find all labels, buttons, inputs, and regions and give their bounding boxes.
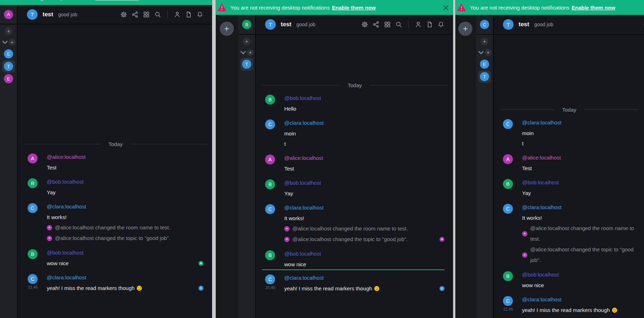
- avatar: A: [47, 225, 52, 230]
- members-icon[interactable]: [415, 21, 422, 28]
- sender-name[interactable]: @clara:localhost: [522, 119, 635, 126]
- create-space-button[interactable]: +: [220, 22, 234, 36]
- banner-enable-link[interactable]: Enable them now: [571, 5, 615, 11]
- avatar: A: [522, 231, 527, 236]
- avatar[interactable]: C: [265, 204, 275, 214]
- add-room-button[interactable]: +: [5, 27, 12, 35]
- message-text: yeah! I miss the read markers though C: [284, 283, 444, 294]
- room-item[interactable]: E: [480, 60, 489, 69]
- banner-message: You are not receiving desktop notificati…: [0, 0, 93, 1]
- avatar[interactable]: B: [265, 179, 275, 189]
- room-avatar[interactable]: T: [265, 19, 276, 30]
- chevron-down-icon[interactable]: [1, 39, 9, 46]
- avatar[interactable]: B: [265, 95, 275, 105]
- banner-enable-link[interactable]: Enable them now: [332, 5, 375, 11]
- timestamp: 21:45: [265, 285, 275, 290]
- avatar[interactable]: B: [265, 250, 275, 260]
- avatar[interactable]: A: [265, 155, 275, 164]
- sender-name[interactable]: @bob:localhost: [522, 271, 635, 278]
- add-room-button[interactable]: +: [485, 49, 492, 56]
- message-group: C 21:45 @clara:localhost yeah! I miss th…: [28, 274, 203, 293]
- add-room-button[interactable]: +: [243, 38, 251, 45]
- room-topic: good job: [296, 22, 315, 27]
- user-avatar[interactable]: C: [480, 20, 489, 29]
- message-text: wow nice B: [47, 258, 203, 268]
- message-text: Hello: [284, 104, 444, 114]
- sender-name[interactable]: @clara:localhost: [284, 274, 444, 281]
- message-timeline: Today C @clara:localhost moin t A @alice…: [503, 107, 635, 318]
- avatar[interactable]: C: [503, 296, 513, 306]
- sender-name[interactable]: @alice:localhost: [522, 154, 635, 161]
- banner-enable-link[interactable]: Enable them now: [95, 0, 139, 1]
- room-item-selected[interactable]: T: [478, 70, 491, 83]
- warning-icon: [218, 4, 226, 11]
- close-icon[interactable]: [442, 4, 449, 11]
- sender-name[interactable]: @clara:localhost: [284, 204, 444, 211]
- sender-name[interactable]: @clara:localhost: [47, 274, 203, 281]
- read-receipt-badge: C: [439, 286, 444, 291]
- sender-name[interactable]: @bob:localhost: [284, 250, 444, 257]
- chevron-down-icon[interactable]: [240, 49, 247, 56]
- avatar[interactable]: A: [28, 154, 38, 163]
- members-icon[interactable]: [174, 11, 181, 18]
- sender-name[interactable]: @bob:localhost: [284, 95, 444, 102]
- message-text: t: [522, 138, 635, 149]
- room-item[interactable]: E: [4, 49, 13, 58]
- message-group: C 21:45 @clara:localhost yeah! I miss th…: [265, 274, 444, 294]
- chevron-down-icon[interactable]: [477, 49, 485, 56]
- avatar[interactable]: B: [28, 178, 38, 188]
- sender-name[interactable]: @bob:localhost: [47, 249, 203, 256]
- avatar[interactable]: C: [503, 119, 513, 129]
- sender-name[interactable]: @bob:localhost: [284, 179, 444, 186]
- create-space-button[interactable]: +: [458, 22, 472, 36]
- add-room-button[interactable]: +: [9, 39, 16, 46]
- avatar[interactable]: C: [265, 274, 275, 284]
- message-group: C @clara:localhost moin t: [503, 119, 635, 149]
- add-room-button[interactable]: +: [481, 38, 488, 45]
- user-avatar[interactable]: A: [4, 10, 13, 19]
- read-receipt-badge: C: [198, 286, 203, 291]
- avatar[interactable]: B: [503, 271, 513, 281]
- notifications-bell-icon[interactable]: [196, 11, 203, 18]
- user-avatar[interactable]: B: [242, 20, 251, 29]
- room-item[interactable]: E: [4, 74, 13, 83]
- avatar[interactable]: C: [503, 204, 513, 214]
- avatar[interactable]: B: [503, 179, 513, 189]
- sender-name[interactable]: @bob:localhost: [522, 179, 635, 186]
- search-icon[interactable]: [154, 11, 161, 18]
- room-item-selected[interactable]: T: [2, 60, 15, 73]
- files-icon[interactable]: [426, 21, 433, 28]
- files-icon[interactable]: [185, 11, 192, 18]
- sender-name[interactable]: @alice:localhost: [47, 154, 203, 161]
- settings-gear-icon[interactable]: [120, 11, 127, 18]
- avatar[interactable]: B: [28, 249, 38, 259]
- sender-name[interactable]: @clara:localhost: [522, 296, 635, 303]
- avatar[interactable]: C: [28, 203, 38, 213]
- message-group: C 21:45 @clara:localhost yeah! I miss th…: [503, 296, 635, 315]
- search-icon[interactable]: [395, 21, 402, 28]
- avatar[interactable]: A: [503, 154, 513, 164]
- close-icon[interactable]: [206, 0, 212, 1]
- message-group: B @bob:localhost Yay: [265, 179, 444, 199]
- widgets-grid-icon[interactable]: [384, 21, 391, 28]
- room-sidebar: A + + E T E: [0, 5, 18, 318]
- sender-name[interactable]: @clara:localhost: [522, 204, 635, 211]
- sender-name[interactable]: @clara:localhost: [284, 119, 444, 127]
- share-icon[interactable]: [373, 21, 380, 28]
- share-icon[interactable]: [131, 11, 139, 18]
- notifications-bell-icon[interactable]: [437, 21, 444, 28]
- add-room-button[interactable]: +: [247, 49, 254, 56]
- room-avatar[interactable]: T: [27, 9, 38, 20]
- sender-name[interactable]: @alice:localhost: [284, 155, 444, 162]
- avatar[interactable]: C: [28, 274, 38, 284]
- sender-name[interactable]: @clara:localhost: [47, 203, 203, 210]
- widgets-grid-icon[interactable]: [143, 11, 150, 18]
- sender-name[interactable]: @bob:localhost: [47, 178, 203, 185]
- settings-gear-icon[interactable]: [361, 21, 368, 28]
- room-item-selected[interactable]: T: [240, 58, 253, 71]
- room-avatar[interactable]: T: [503, 19, 514, 30]
- avatar: A: [284, 226, 290, 231]
- avatar[interactable]: C: [265, 119, 275, 129]
- room-avatar: T: [4, 62, 13, 71]
- message-text: Yay: [47, 187, 203, 197]
